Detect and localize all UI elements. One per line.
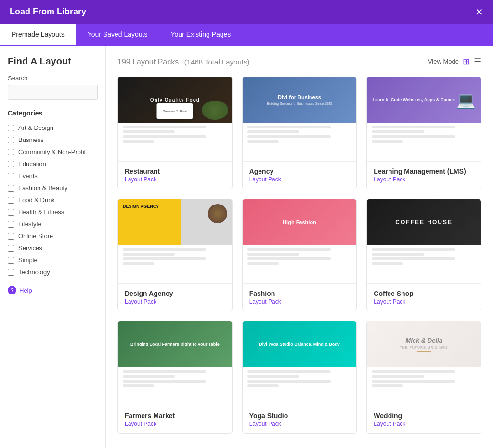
preview-line [123,248,206,251]
card-name-farmers: Farmers Market [125,412,225,420]
card-preview-bottom-fashion [243,245,357,283]
preview-line [372,140,403,143]
category-label-simple: Simple [18,256,38,264]
category-item-lifestyle[interactable]: Lifestyle [8,218,98,230]
view-mode-controls: View Mode ⊞ ☰ [428,56,481,67]
category-checkbox-fashion[interactable] [8,185,14,192]
card-preview-farmers: Bringing Local Farmers Right to your Tab… [118,321,232,406]
category-label-services: Services [18,244,42,252]
category-label-business: Business [18,136,44,143]
card-info-lms: Learning Management (LMS) Layout Pack [367,161,481,189]
preview-line [247,375,299,378]
main-header: 199 Layout Packs (1468 Total Layouts) Vi… [117,56,481,67]
view-mode-label: View Mode [428,58,459,65]
preview-line [123,262,154,265]
preview-line [372,375,424,378]
layout-card-wedding[interactable]: Mick & Della THE FUTURE MR & MRS Wedding… [366,321,481,434]
card-info-yoga: Yoga Studio Layout Pack [243,406,357,433]
category-item-simple[interactable]: Simple [8,254,98,266]
layout-card-yoga[interactable]: Divi Yoga Studio Balance, Mind & Body Yo… [242,321,357,434]
layout-card-restaurant[interactable]: Only Quality Food Welcome To Retal Resta… [117,77,233,189]
preview-line [123,253,175,256]
category-checkbox-education[interactable] [8,161,14,167]
category-checkbox-food[interactable] [8,197,14,204]
card-name-design-agency: Design Agency [125,290,225,297]
category-item-events[interactable]: Events [8,170,98,182]
tab-premade[interactable]: Premade Layouts [0,24,76,46]
category-checkbox-art[interactable] [8,125,14,131]
category-item-services[interactable]: Services [8,242,98,254]
card-preview-agency: Divi for Business Building Successful Bu… [243,77,357,161]
category-item-community[interactable]: Community & Non-Profit [8,146,98,158]
layout-card-coffee[interactable]: COFFEE HOUSE Coffee Shop Layout Pack [366,199,481,311]
category-checkbox-business[interactable] [8,137,14,143]
category-label-technology: Technology [18,269,50,276]
category-label-health: Health & Fitness [18,208,64,216]
help-button[interactable]: ? Help [8,286,98,294]
preview-line [247,262,279,265]
category-item-education[interactable]: Education [8,158,98,170]
card-name-yoga: Yoga Studio [249,412,350,420]
card-type-wedding: Layout Pack [374,421,474,427]
category-item-health[interactable]: Health & Fitness [8,206,98,218]
category-checkbox-lifestyle[interactable] [8,221,14,228]
category-checkbox-services[interactable] [8,245,14,252]
layout-card-farmers[interactable]: Bringing Local Farmers Right to your Tab… [117,321,233,434]
tab-existing[interactable]: Your Existing Pages [159,24,243,46]
categories-title: Categories [8,109,98,117]
category-checkbox-community[interactable] [8,149,14,155]
category-checkbox-health[interactable] [8,209,14,216]
category-checkbox-simple[interactable] [8,257,14,264]
search-input[interactable] [8,85,98,100]
layout-card-design-agency[interactable]: DESIGN AGENCY Design Agency Layout Pack [117,199,233,311]
card-type-coffee: Layout Pack [374,298,474,305]
category-item-art[interactable]: Art & Design [8,122,98,134]
card-info-restaurant: Restaurant Layout Pack [118,161,232,189]
category-label-events: Events [18,172,38,179]
list-view-icon[interactable]: ☰ [474,56,481,67]
preview-line [123,130,175,133]
card-preview-fashion: High Fashion [243,199,357,283]
preview-line [123,257,206,260]
preview-line [372,135,455,138]
preview-line [123,126,206,128]
modal-close-button[interactable]: ✕ [475,7,483,17]
categories-list: Art & Design Business Community & Non-Pr… [8,122,98,278]
layout-card-lms[interactable]: Learn to Code Websites, Apps & Games 💻 L… [366,77,481,189]
category-item-food[interactable]: Food & Drink [8,194,98,206]
preview-line [247,130,299,133]
category-checkbox-technology[interactable] [8,269,14,276]
category-item-technology[interactable]: Technology [8,266,98,278]
layout-card-fashion[interactable]: High Fashion Fashion Layout Pack [242,199,357,311]
card-type-restaurant: Layout Pack [125,176,225,183]
preview-line [372,380,455,383]
help-icon: ? [8,286,16,294]
search-label: Search [8,75,98,82]
category-item-fashion[interactable]: Fashion & Beauty [8,182,98,194]
preview-line [247,126,331,128]
category-item-business[interactable]: Business [8,134,98,146]
category-label-lifestyle: Lifestyle [18,220,41,228]
card-preview-bottom-wedding [367,367,481,406]
layout-card-agency[interactable]: Divi for Business Building Successful Bu… [242,77,357,189]
preview-line [372,370,455,373]
sidebar: Find A Layout Search Categories Art & De… [0,46,106,448]
preview-line [247,135,331,138]
card-preview-wedding: Mick & Della THE FUTURE MR & MRS [367,321,481,406]
card-info-wedding: Wedding Layout Pack [367,406,481,433]
card-preview-bottom-farmers [118,367,232,406]
preview-line [247,253,299,256]
category-item-online[interactable]: Online Store [8,230,98,242]
card-name-lms: Learning Management (LMS) [374,167,474,175]
card-info-design-agency: Design Agency Layout Pack [118,283,232,311]
preview-line [123,140,154,143]
grid-view-icon[interactable]: ⊞ [463,56,470,67]
category-checkbox-events[interactable] [8,173,14,179]
preview-line [247,257,331,260]
category-checkbox-online[interactable] [8,233,14,240]
preview-line [372,384,403,387]
tab-saved[interactable]: Your Saved Layouts [76,24,159,46]
card-preview-lms: Learn to Code Websites, Apps & Games 💻 [367,77,481,161]
card-name-agency: Agency [249,167,350,175]
preview-line [123,375,175,378]
